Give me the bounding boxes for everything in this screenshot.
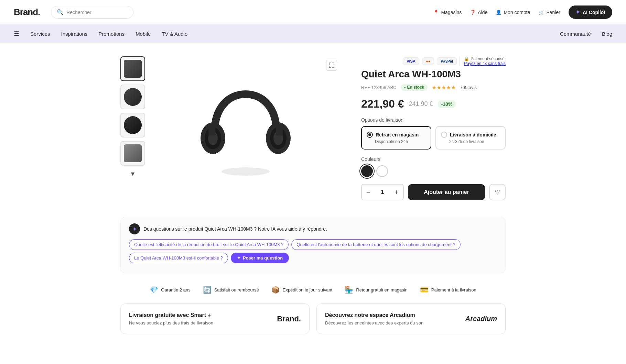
lock-icon: 🔒 <box>464 56 469 61</box>
product-info: VISA ●● PayPal 🔒 Paiement sécurisé Payez… <box>361 56 506 207</box>
ai-chip-2[interactable]: Quelle est l'autonomie de la batterie et… <box>291 239 460 250</box>
nav-item-blog[interactable]: Blog <box>602 31 612 37</box>
delivery-option-home[interactable]: Livraison à domicile 24-32h de livraison <box>435 126 506 150</box>
main-nav: ☰ Services Inspirations Promotions Mobil… <box>0 25 626 43</box>
bottom-card-arcadium-subtitle: Découvrez les enceintes avec des experts… <box>325 320 423 326</box>
review-count: 765 avis <box>460 85 476 90</box>
add-to-cart-button[interactable]: Ajouter au panier <box>408 184 485 200</box>
payment-secure-label: Paiement sécurisé <box>471 56 505 61</box>
delivery-label: Options de livraison <box>361 117 506 123</box>
nav-item-promotions[interactable]: Promotions <box>98 31 125 37</box>
radio-store <box>367 132 373 138</box>
ai-icon: ✦ <box>129 223 140 234</box>
bottom-card-arcadium-title: Découvrez notre espace Arcadium <box>325 312 423 318</box>
thumbnail-2[interactable] <box>120 85 145 109</box>
svg-rect-7 <box>276 125 283 135</box>
header-cart[interactable]: 🛒 Panier <box>538 10 560 15</box>
ai-star-icon-2: ✦ <box>132 226 137 232</box>
price-row: 221,90 € 241,90 € -10% <box>361 98 506 110</box>
ai-star-icon: ✦ <box>575 9 580 15</box>
delivery-home-sub: 24-32h de livraison <box>449 139 500 144</box>
quantity-control: − 1 + <box>361 184 404 200</box>
nav-item-communaute[interactable]: Communauté <box>560 31 591 37</box>
nav-item-mobile[interactable]: Mobile <box>136 31 151 37</box>
product-meta: REF 123456 ABC En stock ★★★★★ 765 avis <box>361 84 506 91</box>
delivery-option-store[interactable]: Retrait en magasin Disponible en 24h <box>361 126 431 150</box>
color-swatch-white[interactable] <box>376 165 388 177</box>
thumbnail-list: ▼ <box>120 56 145 207</box>
trust-badge-payment: 💳 Paiement à la livraison <box>420 286 476 294</box>
trust-badge-guarantee: 💎 Garantie 2 ans <box>150 286 190 294</box>
quantity-increase[interactable]: + <box>390 185 403 200</box>
search-placeholder: Rechercher <box>66 10 91 15</box>
header-store[interactable]: 📍 Magasins <box>433 10 462 15</box>
payment-paypal: PayPal <box>437 57 457 65</box>
header-help[interactable]: ❓ Aide <box>470 10 487 15</box>
search-icon: 🔍 <box>57 9 64 15</box>
installment-link[interactable]: Payez en 4x sans frais <box>464 61 506 66</box>
delivery-options: Retrait en magasin Disponible en 24h Liv… <box>361 126 506 150</box>
store-icon: 📍 <box>433 10 439 15</box>
quantity-decrease[interactable]: − <box>362 185 375 200</box>
product-ref: REF 123456 ABC <box>361 85 397 90</box>
color-swatch-black[interactable] <box>361 165 373 177</box>
nav-right: Communauté Blog <box>560 31 612 37</box>
nav-item-tvaudio[interactable]: TV & Audio <box>162 31 187 37</box>
bottom-card-smart-text: Livraison gratuite avec Smart + Ne vous … <box>129 312 213 326</box>
return-icon: 🏪 <box>345 286 353 294</box>
price-main: 221,90 € <box>361 98 404 110</box>
brand-logo[interactable]: Brand. <box>14 7 40 18</box>
ai-ask-button[interactable]: ✦ Poser ma question <box>231 253 289 263</box>
ai-chip-3[interactable]: Le Quiet Arca WH-100M3 est-il confortabl… <box>129 253 228 263</box>
bottom-card-arcadium-text: Découvrez notre espace Arcadium Découvre… <box>325 312 423 326</box>
colors-label: Couleurs <box>361 156 506 162</box>
trust-badge-refund: 🔄 Satisfait ou remboursé <box>203 286 259 294</box>
thumbnail-4[interactable] <box>120 141 145 166</box>
heart-icon: ♡ <box>495 188 500 196</box>
help-icon: ❓ <box>470 10 476 15</box>
product-title: Quiet Arca WH-100M3 <box>361 69 506 80</box>
payment-icon: 💳 <box>420 286 429 294</box>
chevron-down-icon: ▼ <box>130 170 136 178</box>
color-swatches <box>361 165 506 177</box>
ai-star-icon-3: ✦ <box>237 255 241 261</box>
ai-chip-1[interactable]: Quelle est l'efficacité de la réduction … <box>129 239 289 250</box>
add-to-cart-row: − 1 + Ajouter au panier ♡ <box>361 184 506 200</box>
bottom-cards: Livraison gratuite avec Smart + Ne vous … <box>120 304 506 334</box>
main-image-area <box>151 56 341 207</box>
delivery-store-sub: Disponible en 24h <box>375 139 426 144</box>
product-main-image <box>194 84 297 180</box>
rating-stars: ★★★★★ <box>432 84 456 91</box>
ai-description: Des questions sur le produit Quiet Arca … <box>143 226 327 232</box>
search-bar[interactable]: 🔍 Rechercher <box>51 6 133 19</box>
wishlist-button[interactable]: ♡ <box>489 184 506 200</box>
trust-badge-return: 🏪 Retour gratuit en magasin <box>345 286 408 294</box>
nav-item-inspirations[interactable]: Inspirations <box>61 31 88 37</box>
header-right: 📍 Magasins ❓ Aide 👤 Mon compte 🛒 Panier … <box>433 5 612 19</box>
thumbnail-3[interactable] <box>120 113 145 137</box>
thumbnail-chevron-down[interactable]: ▼ <box>120 169 145 179</box>
ai-section-header: ✦ Des questions sur le produit Quiet Arc… <box>129 223 497 234</box>
cart-icon: 🛒 <box>538 10 544 15</box>
bottom-card-smart[interactable]: Livraison gratuite avec Smart + Ne vous … <box>120 304 310 334</box>
nav-item-services[interactable]: Services <box>30 31 50 37</box>
thumbnail-1[interactable] <box>120 56 145 81</box>
radio-home <box>441 132 447 138</box>
ai-section: ✦ Des questions sur le produit Quiet Arc… <box>120 217 506 273</box>
bottom-card-arcadium[interactable]: Découvrez notre espace Arcadium Découvre… <box>316 304 506 334</box>
svg-point-8 <box>222 167 270 176</box>
bottom-card-arcadium-brand: Arcadium <box>465 315 497 323</box>
expand-icon[interactable] <box>326 60 337 71</box>
hamburger-icon[interactable]: ☰ <box>14 30 19 37</box>
ai-copilot-button[interactable]: ✦ AI Copilot <box>569 5 612 19</box>
bottom-card-smart-subtitle: Ne vous souciez plus des frais de livrai… <box>129 320 213 326</box>
header-account[interactable]: 👤 Mon compte <box>496 10 530 15</box>
svg-rect-6 <box>208 125 215 135</box>
shipping-icon: 📦 <box>271 286 280 294</box>
trust-badges: 💎 Garantie 2 ans 🔄 Satisfait ou rembours… <box>120 286 506 294</box>
quantity-value: 1 <box>375 189 390 195</box>
payment-visa: VISA <box>403 57 419 65</box>
stock-badge: En stock <box>401 84 428 91</box>
discount-badge: -10% <box>438 100 456 108</box>
product-page: ▼ <box>107 43 519 348</box>
